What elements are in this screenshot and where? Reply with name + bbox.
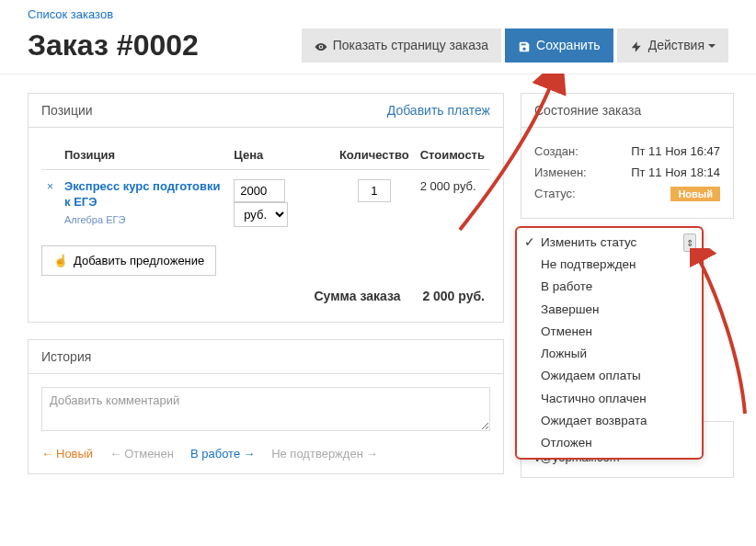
history-panel: История ← Новый ← Отменен В работе → Не …	[28, 339, 504, 474]
breadcrumb-orders-list[interactable]: Список заказов	[28, 7, 113, 21]
positions-title: Позиции	[41, 103, 93, 118]
status-action-not-confirmed[interactable]: Не подтвержден →	[271, 447, 378, 461]
total-value: 2 000 руб.	[422, 289, 485, 303]
status-badge: Новый	[670, 187, 720, 201]
show-order-page-button[interactable]: Показать страницу заказа	[302, 28, 501, 62]
page-title: Заказ #0002	[28, 28, 302, 63]
table-row: × Экспресс курс подготовки к ЕГЭ Алгебра…	[41, 170, 490, 237]
state-panel: Состояние заказа Создан: Пт 11 Ноя 16:47…	[521, 93, 734, 219]
status-option[interactable]: Завершен	[517, 299, 702, 321]
svg-point-0	[320, 45, 322, 47]
show-order-page-label: Показать страницу заказа	[333, 38, 488, 52]
status-action-new[interactable]: ← Новый	[41, 447, 93, 461]
eye-icon	[315, 38, 327, 52]
status-option[interactable]: Не подтвержден	[517, 254, 702, 276]
status-option[interactable]: Ожидает возврата	[517, 410, 702, 432]
history-title: История	[41, 349, 91, 364]
remove-row-icon[interactable]: ×	[47, 180, 53, 193]
status-dropdown[interactable]: ⇕ Изменить статус Не подтвержден В работ…	[515, 226, 704, 460]
positions-table: Позиция Цена Количество Стоимость × Эксп…	[41, 141, 490, 236]
add-offer-button[interactable]: ☝ Добавить предложение	[41, 245, 216, 276]
save-icon	[518, 38, 531, 52]
col-price: Цена	[228, 141, 334, 170]
status-option[interactable]: В работе	[517, 276, 702, 298]
cost-cell: 2 000 руб.	[415, 170, 490, 237]
status-option[interactable]: Ложный	[517, 343, 702, 365]
status-action-cancelled[interactable]: ← Отменен	[109, 447, 174, 461]
actions-button[interactable]: Действия	[617, 28, 728, 62]
status-option[interactable]: Частично оплачен	[517, 388, 702, 410]
currency-select[interactable]: руб.	[234, 202, 288, 227]
price-input[interactable]	[234, 179, 285, 202]
col-item: Позиция	[59, 141, 228, 170]
state-title: Состояние заказа	[534, 103, 641, 118]
changed-label: Изменен:	[534, 165, 587, 179]
save-button[interactable]: Сохранить	[505, 28, 613, 62]
actions-label: Действия	[648, 38, 716, 52]
pointer-icon: ☝	[53, 254, 68, 267]
positions-panel: Позиции Добавить платеж Позиция Цена Кол…	[28, 93, 504, 323]
status-option[interactable]: Ожидаем оплаты	[517, 365, 702, 387]
status-label: Статус:	[534, 187, 576, 201]
col-cost: Стоимость	[415, 141, 490, 170]
lightning-icon	[630, 38, 643, 52]
status-option[interactable]: Отложен	[517, 432, 702, 454]
status-option[interactable]: Отменен	[517, 321, 702, 343]
save-label: Сохранить	[536, 38, 601, 52]
status-action-in-work[interactable]: В работе →	[190, 447, 255, 461]
status-option[interactable]: Изменить статус	[517, 232, 702, 254]
comment-input[interactable]	[41, 387, 490, 431]
item-name-link[interactable]: Экспресс курс подготовки к ЕГЭ	[64, 179, 223, 210]
add-payment-link[interactable]: Добавить платеж	[387, 103, 490, 118]
total-label: Сумма заказа	[314, 289, 400, 303]
created-label: Создан:	[534, 144, 578, 158]
item-sub-link[interactable]: Алгебра ЕГЭ	[64, 214, 223, 225]
qty-input[interactable]	[358, 179, 391, 202]
add-offer-label: Добавить предложение	[74, 254, 204, 267]
created-value: Пт 11 Ноя 16:47	[631, 144, 720, 158]
col-qty: Количество	[334, 141, 415, 170]
page-header: Заказ #0002 Показать страницу заказа Сох…	[0, 21, 756, 74]
changed-value: Пт 11 Ноя 18:14	[631, 165, 720, 179]
